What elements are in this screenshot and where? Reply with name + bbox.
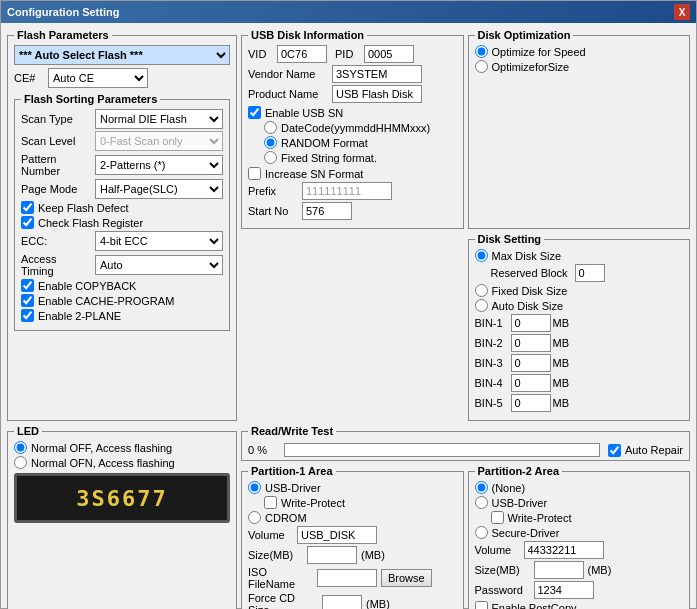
p2-password-input[interactable]	[534, 581, 594, 599]
page-mode-label: Page Mode	[21, 183, 91, 195]
cache-program-label: Enable CACHE-PROGRAM	[38, 295, 174, 307]
increase-sn-check[interactable]	[248, 167, 261, 180]
access-timing-select[interactable]: Auto	[95, 255, 223, 275]
bin4-label: BIN-4	[475, 377, 509, 389]
fixed-disk-radio[interactable]	[475, 284, 488, 297]
lcd-text: 3S6677	[76, 486, 167, 511]
prefix-input[interactable]	[302, 182, 392, 200]
p2-none-label: (None)	[492, 482, 526, 494]
p1-write-protect-check[interactable]	[264, 496, 277, 509]
p2-write-protect-label: Write-Protect	[508, 512, 572, 524]
p1-cdrom-label: CDROM	[265, 512, 307, 524]
p1-volume-input[interactable]	[297, 526, 377, 544]
p2-secure-driver-radio[interactable]	[475, 526, 488, 539]
auto-flash-select[interactable]: *** Auto Select Flash ***	[14, 45, 230, 65]
p2-volume-input[interactable]	[524, 541, 604, 559]
partition1-group: Partition-1 Area USB-Driver Write-Protec…	[241, 465, 464, 609]
bin2-input[interactable]	[511, 334, 551, 352]
lcd-display: 3S6677	[14, 473, 230, 523]
date-code-radio[interactable]	[264, 121, 277, 134]
auto-repair-check[interactable]	[608, 444, 621, 457]
p2-password-label: Password	[475, 584, 530, 596]
vendor-name-input[interactable]	[332, 65, 422, 83]
max-disk-radio[interactable]	[475, 249, 488, 262]
scan-type-select[interactable]: Normal DIE Flash	[95, 109, 223, 129]
copyback-label: Enable COPYBACK	[38, 280, 136, 292]
2plane-check[interactable]	[21, 309, 34, 322]
bin5-input[interactable]	[511, 394, 551, 412]
cache-program-check[interactable]	[21, 294, 34, 307]
start-no-input[interactable]	[302, 202, 352, 220]
p2-usb-driver-radio[interactable]	[475, 496, 488, 509]
copyback-check[interactable]	[21, 279, 34, 292]
usb-info-group: USB Disk Information VID PID Vendor Name…	[241, 29, 464, 229]
p1-usb-driver-radio[interactable]	[248, 481, 261, 494]
vid-label: VID	[248, 48, 273, 60]
ecc-select[interactable]: 4-bit ECC	[95, 231, 223, 251]
optimize-speed-radio[interactable]	[475, 45, 488, 58]
p2-usb-driver-label: USB-Driver	[492, 497, 548, 509]
p1-browse-button[interactable]: Browse	[381, 569, 432, 587]
ce-label: CE#	[14, 72, 44, 84]
bin3-input[interactable]	[511, 354, 551, 372]
pid-input[interactable]	[364, 45, 414, 63]
enable-usb-sn-check[interactable]	[248, 106, 261, 119]
increase-sn-label: Increase SN Format	[265, 168, 363, 180]
ecc-label: ECC:	[21, 235, 91, 247]
auto-disk-radio[interactable]	[475, 299, 488, 312]
access-timing-label: Access Timing	[21, 253, 91, 277]
p1-mb-unit: (MB)	[361, 549, 385, 561]
disk-setting-group: Disk Setting Max Disk Size Reserved Bloc…	[468, 233, 691, 421]
pid-label: PID	[335, 48, 360, 60]
bin4-input[interactable]	[511, 374, 551, 392]
progress-bar-container	[284, 443, 600, 457]
pattern-select[interactable]: 2-Patterns (*)	[95, 155, 223, 175]
vid-input[interactable]	[277, 45, 327, 63]
random-format-radio[interactable]	[264, 136, 277, 149]
ce-select[interactable]: Auto CE	[48, 68, 148, 88]
led-legend: LED	[14, 425, 42, 437]
reserved-block-input[interactable]	[575, 264, 605, 282]
fixed-string-radio[interactable]	[264, 151, 277, 164]
p1-size-input[interactable]	[307, 546, 357, 564]
disk-opt-legend: Disk Optimization	[475, 29, 574, 41]
page-mode-select[interactable]: Half-Page(SLC)	[95, 179, 223, 199]
p2-size-label: Size(MB)	[475, 564, 530, 576]
bin1-label: BIN-1	[475, 317, 509, 329]
close-button[interactable]: X	[674, 4, 690, 20]
p2-size-input[interactable]	[534, 561, 584, 579]
p1-cdrom-radio[interactable]	[248, 511, 261, 524]
p2-postcopy-check[interactable]	[475, 601, 488, 609]
start-no-label: Start No	[248, 205, 298, 217]
led-normal-off-radio[interactable]	[14, 441, 27, 454]
optimize-size-radio[interactable]	[475, 60, 488, 73]
p1-force-cd-input[interactable]	[322, 595, 362, 609]
scan-level-select[interactable]: 0-Fast Scan only	[95, 131, 223, 151]
title-bar: Configuration Setting X	[1, 1, 696, 23]
check-flash-register-check[interactable]	[21, 216, 34, 229]
product-name-input[interactable]	[332, 85, 422, 103]
fixed-string-label: Fixed String format.	[281, 152, 377, 164]
led-group: LED Normal OFF, Access flashing Normal O…	[7, 425, 237, 609]
optimize-speed-label: Optimize for Speed	[492, 46, 586, 58]
bin2-label: BIN-2	[475, 337, 509, 349]
p2-secure-driver-label: Secure-Driver	[492, 527, 560, 539]
check-flash-register-label: Check Flash Register	[38, 217, 143, 229]
date-code-label: DateCode(yymmddHHMMxxx)	[281, 122, 430, 134]
max-disk-label: Max Disk Size	[492, 250, 562, 262]
partition2-group: Partition-2 Area (None) USB-Driver Write…	[468, 465, 691, 609]
keep-flash-defect-check[interactable]	[21, 201, 34, 214]
vendor-name-label: Vendor Name	[248, 68, 328, 80]
product-name-label: Product Name	[248, 88, 328, 100]
bin4-unit: MB	[553, 377, 570, 389]
rw-test-group: Read/Write Test 0 % Auto Repair	[241, 425, 690, 461]
led-normal-ofn-radio[interactable]	[14, 456, 27, 469]
p2-write-protect-check[interactable]	[491, 511, 504, 524]
disk-opt-group: Disk Optimization Optimize for Speed Opt…	[468, 29, 691, 229]
fixed-disk-label: Fixed Disk Size	[492, 285, 568, 297]
2plane-label: Enable 2-PLANE	[38, 310, 121, 322]
p1-force-cd-label: Force CD Size	[248, 592, 318, 609]
bin1-input[interactable]	[511, 314, 551, 332]
p2-none-radio[interactable]	[475, 481, 488, 494]
p1-iso-input[interactable]	[317, 569, 377, 587]
